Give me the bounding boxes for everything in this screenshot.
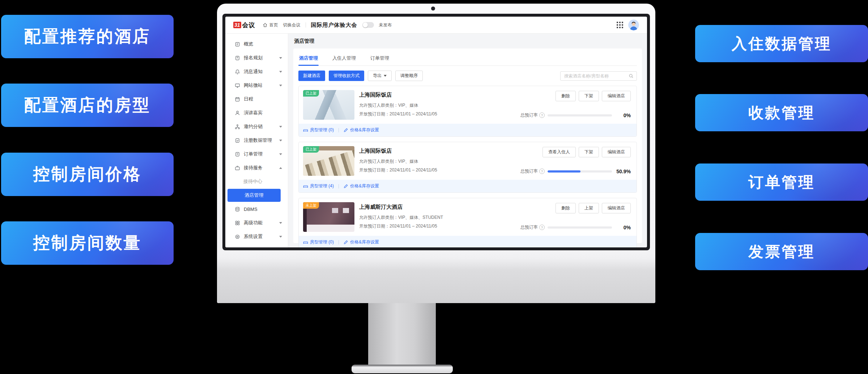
nav-switch-conference[interactable]: 切换会议 <box>283 22 301 28</box>
feature-banner-label: 配置推荐的酒店 <box>24 25 151 48</box>
sidebar-item-hotel-management[interactable]: 酒店管理 <box>227 189 281 202</box>
calendar-icon <box>235 97 240 102</box>
sidebar-item-dbms[interactable]: DBMS <box>225 202 288 216</box>
sidebar-item-label: 网站微站 <box>244 82 263 89</box>
view-guests-button[interactable]: 查看入住人 <box>542 147 576 157</box>
chevron-down-icon <box>279 57 282 59</box>
avatar[interactable] <box>628 20 639 30</box>
room-type-link[interactable]: 房型管理 (4) <box>303 183 334 189</box>
booking-rate-text: 总预订率 <box>520 224 538 230</box>
audience-line: 允许预订人群类别：VIP、媒体 <box>359 158 516 165</box>
monitor-base <box>352 365 453 373</box>
hotel-info: 上海威斯汀大酒店 允许预订人群类别：VIP、媒体、STUDENT 开放预订日期：… <box>359 202 516 232</box>
sidebar-item-label: 接待服务 <box>244 165 263 171</box>
sidebar-item-schedule[interactable]: 日程 <box>225 92 288 106</box>
feature-banner: 配置酒店的房型 <box>1 84 174 127</box>
edit-hotel-button[interactable]: 编辑酒店 <box>602 91 631 101</box>
hotel-card: 未上架 上海威斯汀大酒店 允许预订人群类别：VIP、媒体、STUDENT 开放预… <box>298 198 637 247</box>
feature-banner-label: 控制房间价格 <box>33 163 142 186</box>
sidebar-item-reception-services[interactable]: 接待服务 <box>225 161 288 175</box>
sidebar-item-label: 报名规划 <box>244 55 263 61</box>
sidebar-item-advanced-features[interactable]: 高级功能 <box>225 216 288 230</box>
hotel-name: 上海国际饭店 <box>359 148 516 154</box>
chevron-down-icon <box>279 126 282 128</box>
price-stock-link[interactable]: 价格&库存设置 <box>344 127 379 133</box>
publish-toggle[interactable] <box>362 22 374 28</box>
feature-banner: 控制房间价格 <box>1 153 174 196</box>
help-icon[interactable]: ? <box>539 169 545 174</box>
sidebar-item-speakers[interactable]: 演讲嘉宾 <box>225 106 288 120</box>
help-icon[interactable]: ? <box>539 112 545 118</box>
gear-icon <box>235 234 240 239</box>
date-line: 开放预订日期：2024/11/01 – 2024/11/05 <box>359 167 516 173</box>
date-label: 开放预订日期： <box>359 111 390 116</box>
sidebar-item-label: 系统设置 <box>244 233 263 240</box>
booking-rate-text: 总预订率 <box>520 168 538 174</box>
sidebar-item-website[interactable]: 网站微站 <box>225 78 288 92</box>
feature-banner-label: 配置酒店的房型 <box>24 94 151 116</box>
booking-rate-text: 总预订率 <box>520 112 538 118</box>
sidebar-item-notifications[interactable]: 消息通知 <box>225 65 288 78</box>
sidebar-item-invitation-distribution[interactable]: 邀约分销 <box>225 120 288 133</box>
price-stock-label: 价格&库存设置 <box>350 183 379 189</box>
sidebar-item-system-settings[interactable]: 系统设置 <box>225 230 288 243</box>
take-down-button[interactable]: 下架 <box>579 147 599 157</box>
bed-icon <box>303 128 308 133</box>
room-type-label: 房型管理 (0) <box>310 127 334 133</box>
feature-banner-label: 收款管理 <box>748 103 815 123</box>
feature-banner-label: 发票管理 <box>748 242 815 262</box>
tab-order-management[interactable]: 订单管理 <box>370 53 390 65</box>
doc-lines-icon <box>235 152 240 157</box>
reorder-button[interactable]: 调整顺序 <box>395 71 423 81</box>
price-stock-link[interactable]: 价格&库存设置 <box>344 239 379 245</box>
sidebar-item-registration-data[interactable]: 注册数据管理 <box>225 133 288 147</box>
audience-line: 允许预订人群类别：VIP、媒体 <box>359 102 516 109</box>
content-panel: 酒店管理 入住人管理 订单管理 新建酒店 管理收款方式 导出 调整顺序 <box>293 48 642 243</box>
edit-hotel-button[interactable]: 编辑酒店 <box>602 203 631 213</box>
feature-banner: 入住数据管理 <box>695 25 868 62</box>
room-type-link[interactable]: 房型管理 (0) <box>303 239 334 245</box>
footer-divider <box>339 184 339 188</box>
edit-hotel-button[interactable]: 编辑酒店 <box>602 147 631 157</box>
tab-hotel-management[interactable]: 酒店管理 <box>298 53 319 65</box>
sidebar-item-order-management[interactable]: 订单管理 <box>225 147 288 161</box>
manage-payment-button[interactable]: 管理收款方式 <box>329 71 364 81</box>
apps-grid-icon[interactable] <box>617 22 623 28</box>
doc-check-icon <box>235 138 240 143</box>
audience-value: VIP、媒体 <box>398 159 418 164</box>
app-body: 概览 报名规划 消息通知 网站微站 <box>225 34 647 247</box>
hotel-card-list: 已上架 上海国际饭店 允许预订人群类别：VIP、媒体 开放预订日期：2024/1… <box>298 86 637 247</box>
price-stock-link[interactable]: 价格&库存设置 <box>344 183 379 189</box>
take-down-button[interactable]: 下架 <box>579 91 599 101</box>
bell-icon <box>235 69 240 75</box>
price-stock-label: 价格&库存设置 <box>350 239 379 245</box>
main-content: 酒店管理 酒店管理 入住人管理 订单管理 新建酒店 管理收款方式 导出 <box>288 34 647 247</box>
sidebar-item-registration-planning[interactable]: 报名规划 <box>225 51 288 65</box>
delete-button[interactable]: 删除 <box>556 91 576 101</box>
export-dropdown-button[interactable]: 导出 <box>368 71 392 81</box>
sidebar-item-reception-center[interactable]: 接待中心 <box>225 175 288 188</box>
chevron-up-icon <box>279 167 282 169</box>
event-title: 国际用户体验大会 <box>311 22 357 29</box>
sidebar-item-label: 邀约分销 <box>244 123 263 130</box>
overview-icon <box>235 42 240 47</box>
search-icon[interactable] <box>629 73 634 78</box>
marketing-canvas: 配置推荐的酒店 配置酒店的房型 控制房间价格 控制房间数量 入住数据管理 收款管… <box>0 0 868 374</box>
app-logo[interactable]: 31 会议 <box>233 21 255 29</box>
nav-home[interactable]: 首页 <box>263 22 278 28</box>
sidebar-item-overview[interactable]: 概览 <box>225 37 288 51</box>
publish-button[interactable]: 上架 <box>579 203 599 213</box>
pencil-icon <box>344 240 348 245</box>
date-label: 开放预订日期： <box>359 224 390 229</box>
help-icon[interactable]: ? <box>539 225 545 230</box>
tab-guest-management[interactable]: 入住人管理 <box>332 53 357 65</box>
hotel-card-right: 删除 上架 编辑酒店 总预订率 ? <box>520 202 632 232</box>
delete-button[interactable]: 删除 <box>556 203 576 213</box>
hotel-actions: 删除 下架 编辑酒店 <box>556 91 631 101</box>
room-type-link[interactable]: 房型管理 (0) <box>303 127 334 133</box>
search-input[interactable] <box>563 73 629 79</box>
footer-divider <box>339 128 339 132</box>
hotel-card-body: 已上架 上海国际饭店 允许预订人群类别：VIP、媒体 开放预订日期：2024/1… <box>299 86 637 124</box>
price-stock-label: 价格&库存设置 <box>350 127 379 133</box>
new-hotel-button[interactable]: 新建酒店 <box>298 71 325 81</box>
